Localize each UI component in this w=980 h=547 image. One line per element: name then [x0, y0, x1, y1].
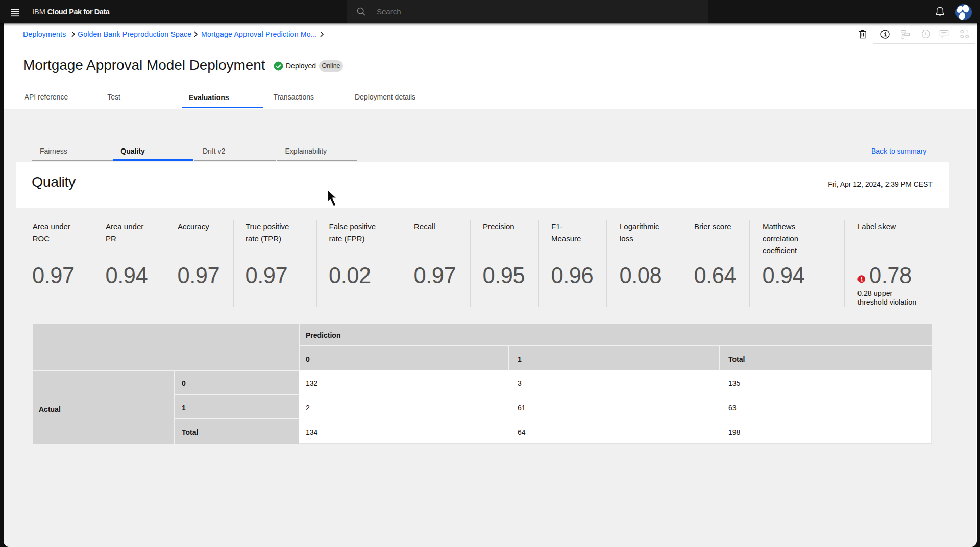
svg-text:1: 1	[966, 30, 968, 34]
